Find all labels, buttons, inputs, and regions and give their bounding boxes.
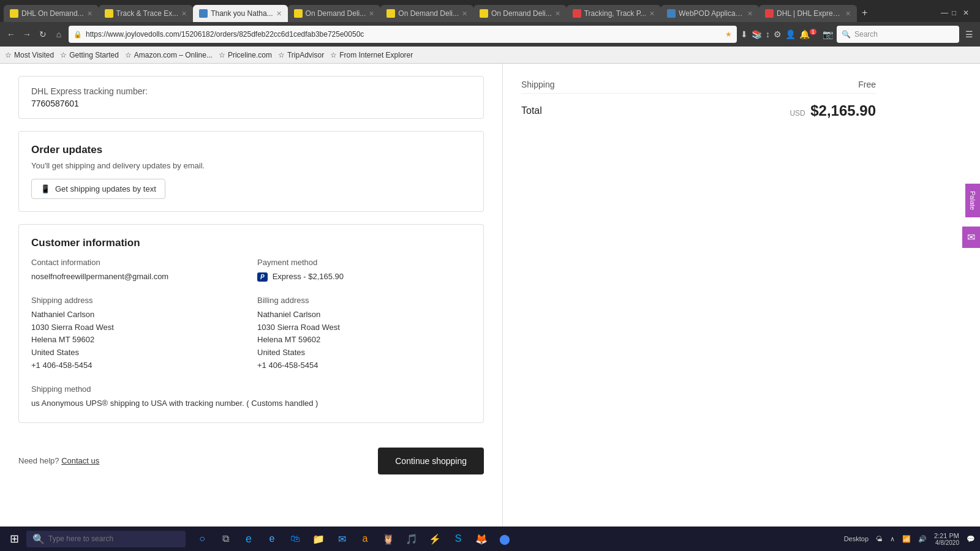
taskbar-skype-icon[interactable]: S <box>449 530 467 548</box>
sync-icon[interactable]: ↕ <box>766 29 770 39</box>
bookmark-icon-1: ☆ <box>5 51 12 59</box>
browser-tab-5[interactable]: On Demand Deli... ✕ <box>380 5 473 22</box>
new-tab-button[interactable]: + <box>857 7 872 18</box>
taskbar-ie-icon[interactable]: e <box>263 530 281 548</box>
mail-widget[interactable]: ✉ <box>962 227 980 248</box>
bookmark-label-1: Most Visited <box>14 51 54 59</box>
minimize-button[interactable]: — <box>941 9 949 17</box>
browser-tab-3[interactable]: Thank you Natha... ✕ <box>193 5 287 22</box>
tab-favicon-5 <box>386 9 395 18</box>
library-icon[interactable]: 📚 <box>752 29 762 39</box>
order-updates-subtitle: You'll get shipping and delivery updates… <box>31 161 471 170</box>
maximize-button[interactable]: □ <box>952 9 960 17</box>
taskbar-edge-icon[interactable]: e <box>239 530 258 548</box>
phone-icon: 📱 <box>40 184 50 193</box>
volume-icon[interactable]: 🔊 <box>918 535 927 543</box>
bookmark-getting-started[interactable]: ☆ Getting Started <box>60 51 119 59</box>
browser-tab-1[interactable]: DHL On Demand... ✕ <box>4 5 99 22</box>
billing-address-section: Billing address Nathaniel Carlson 1030 S… <box>257 296 471 372</box>
back-button[interactable]: ← <box>5 29 17 39</box>
continue-shopping-button[interactable]: Continue shopping <box>378 448 484 474</box>
tab-close-4[interactable]: ✕ <box>369 10 374 18</box>
billing-name: Nathaniel Carlson <box>257 309 471 321</box>
shipping-name: Nathaniel Carlson <box>31 309 245 321</box>
bookmark-tripadvisor[interactable]: ☆ TripAdvisor <box>278 51 324 59</box>
start-button[interactable]: ⊞ <box>5 530 24 548</box>
tab-close-2[interactable]: ✕ <box>181 10 187 18</box>
bookmark-icon-3: ☆ <box>125 51 132 59</box>
browser-tab-9[interactable]: DHL | DHL Expres... ✕ <box>759 5 857 22</box>
taskbar-tripadvisor-icon[interactable]: 🦉 <box>379 530 398 548</box>
taskbar-folder-icon[interactable]: 📁 <box>309 530 328 548</box>
taskbar-amazon-icon[interactable]: a <box>356 530 374 548</box>
search-bar[interactable]: 🔍 Search <box>837 26 959 43</box>
tracking-box: DHL Express tracking number: 7760587601 <box>18 76 484 119</box>
close-button[interactable]: ✕ <box>963 9 971 17</box>
forward-button[interactable]: → <box>21 29 33 39</box>
taskbar-mail-icon[interactable]: ✉ <box>333 530 351 548</box>
billing-phone: +1 406-458-5454 <box>257 359 471 372</box>
tab-close-9[interactable]: ✕ <box>845 10 851 18</box>
bookmark-most-visited[interactable]: ☆ Most Visited <box>5 51 54 59</box>
tab-close-8[interactable]: ✕ <box>747 10 753 18</box>
browser-tab-4[interactable]: On Demand Deli... ✕ <box>288 5 381 22</box>
bookmark-icon-4: ☆ <box>219 51 225 59</box>
browser-tab-8[interactable]: WebPOD Applicati... ✕ <box>661 5 759 22</box>
show-hidden-icons[interactable]: ∧ <box>890 535 895 543</box>
browser-tab-6[interactable]: On Demand Deli... ✕ <box>473 5 567 22</box>
taskbar-firefox-icon[interactable]: 🦊 <box>472 530 491 548</box>
tab-favicon-1 <box>10 9 18 18</box>
taskbar-bittorrent-icon[interactable]: ⚡ <box>426 530 444 548</box>
get-text-updates-button[interactable]: 📱 Get shipping updates by text <box>31 179 165 199</box>
bookmark-label-2: Getting Started <box>69 51 119 59</box>
taskbar-task-view-icon[interactable]: ⧉ <box>216 530 235 548</box>
shipping-phone: +1 406-458-5454 <box>31 359 245 372</box>
billing-line1: 1030 Sierra Road West <box>257 321 471 334</box>
address-bar[interactable]: 🔒 https://www.joylovedolls.com/15206182/… <box>69 26 737 43</box>
total-label: Total <box>521 105 542 116</box>
bookmark-priceline[interactable]: ☆ Priceline.com <box>219 51 272 59</box>
tab-close-7[interactable]: ✕ <box>649 10 655 18</box>
taskbar-store-icon[interactable]: 🛍 <box>286 530 304 548</box>
clock-date: 4/8/2020 <box>934 539 959 546</box>
billing-label: Billing address <box>257 296 471 305</box>
taskbar-search-box[interactable]: 🔍 <box>26 531 186 547</box>
shipping-country: United States <box>31 347 245 359</box>
extensions-icon[interactable]: ⚙ <box>774 29 782 39</box>
tab-close-5[interactable]: ✕ <box>462 10 467 18</box>
network-icon[interactable]: 📶 <box>902 535 911 543</box>
notification-center-icon[interactable]: 💬 <box>967 535 975 543</box>
bookmark-internet-explorer[interactable]: ☆ From Internet Explorer <box>330 51 413 59</box>
downloads-icon[interactable]: ⬇ <box>741 29 748 39</box>
need-help-text: Need help? Contact us <box>18 456 99 465</box>
taskbar-clock[interactable]: 2:21 PM 4/8/2020 <box>934 532 959 546</box>
contact-us-link[interactable]: Contact us <box>61 456 99 465</box>
menu-button[interactable]: ☰ <box>963 29 975 39</box>
bookmark-label-3: Amazon.com – Online... <box>134 51 213 59</box>
home-button[interactable]: ⌂ <box>53 29 65 39</box>
lock-icon: 🔒 <box>74 31 82 39</box>
screenshots-icon[interactable]: 📷 <box>823 29 833 39</box>
taskbar-search-input[interactable] <box>48 534 171 543</box>
shipping-summary-row: Shipping Free <box>521 76 876 94</box>
url-text: https://www.joylovedolls.com/15206182/or… <box>86 30 722 39</box>
taskbar-search-icon: 🔍 <box>32 533 45 545</box>
taskbar-chrome-icon[interactable]: ⬤ <box>496 530 514 548</box>
palette-widget[interactable]: Palate <box>965 184 980 217</box>
reload-button[interactable]: ↻ <box>37 29 49 39</box>
taskbar: ⊞ 🔍 ○ ⧉ e e 🛍 📁 ✉ a 🦉 🎵 ⚡ S 🦊 ⬤ Desktop … <box>0 527 980 551</box>
profile-icon[interactable]: 👤 <box>785 29 796 39</box>
shipping-line2: Helena MT 59602 <box>31 334 245 347</box>
taskbar-cortana-icon[interactable]: ○ <box>193 530 211 548</box>
bookmark-amazon[interactable]: ☆ Amazon.com – Online... <box>125 51 213 59</box>
tab-close-3[interactable]: ✕ <box>276 10 282 18</box>
taskbar-winamp-icon[interactable]: 🎵 <box>402 530 421 548</box>
browser-tab-2[interactable]: Track & Trace Ex... ✕ <box>99 5 194 22</box>
favorite-icon[interactable]: ★ <box>725 30 732 39</box>
alerts-icon[interactable]: 🔔 <box>799 29 810 39</box>
browser-tab-7[interactable]: Tracking, Track P... ✕ <box>567 5 661 22</box>
tab-close-6[interactable]: ✕ <box>555 10 560 18</box>
paypal-row: P Express - $2,165.90 <box>257 271 471 283</box>
paypal-icon: P <box>257 272 268 282</box>
tab-close-1[interactable]: ✕ <box>87 10 92 18</box>
